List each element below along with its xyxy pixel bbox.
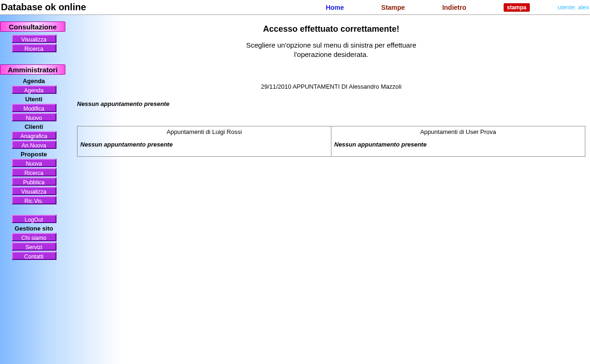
btn-proposte-visualizza[interactable]: Visualizza (12, 187, 56, 195)
col1-title: Appuntamenti di Luigi Rossi (80, 128, 328, 135)
subline-1: Scegliere un'opzione sul menu di sinistr… (246, 41, 416, 49)
top-nav: Home Stampe Indietro stampa (326, 3, 530, 12)
label-gestione-sito: Gestione sito (0, 225, 68, 232)
btn-proposte-ricerca[interactable]: Ricerca (12, 168, 56, 176)
col2-message: Nessun appuntamento presente (334, 141, 582, 148)
label-proposte: Proposte (0, 151, 68, 158)
label-agenda: Agenda (0, 77, 68, 84)
welcome-subline: Scegliere un'opzione sul menu di sinistr… (77, 41, 585, 60)
btn-agenda[interactable]: Agenda (12, 85, 56, 94)
welcome-headline: Accesso effettuato correttamente! (77, 24, 585, 34)
site-title: Database ok online (1, 2, 86, 13)
btn-ricerca[interactable]: Ricerca (12, 44, 56, 52)
nav-indietro-link[interactable]: Indietro (442, 4, 466, 11)
btn-proposte-ricvis[interactable]: Ric.Vis. (12, 196, 56, 204)
appointments-title: 29/11/2010 APPUNTAMENTI DI Alessandro Ma… (77, 83, 585, 90)
top-bar: Database ok online Home Stampe Indietro … (0, 0, 590, 15)
btn-modifica[interactable]: Modifica (12, 104, 56, 112)
btn-an-nuova[interactable]: An.Nuova (12, 140, 56, 149)
section-amministratori: Amministratori (0, 64, 65, 75)
label-utenti: Utenti (0, 96, 68, 103)
btn-nuovo[interactable]: Nuovo (12, 113, 56, 121)
nav-home-link[interactable]: Home (326, 4, 344, 11)
user-label: utente: alex (558, 4, 589, 11)
btn-contatti[interactable]: Contatti (12, 252, 56, 260)
table-cell-luigi: Appuntamenti di Luigi Rossi Nessun appun… (77, 126, 331, 156)
btn-visualizza[interactable]: Visualizza (12, 35, 56, 43)
main-content: Accesso effettuato correttamente! Scegli… (68, 15, 590, 157)
col2-title: Appuntamenti di User Prova (334, 128, 582, 135)
table-cell-userprova: Appuntamenti di User Prova Nessun appunt… (331, 126, 585, 156)
btn-anagrafica[interactable]: Anagrafica (12, 131, 56, 140)
section-consultazione: Consultazione (0, 21, 65, 32)
stampa-button[interactable]: stampa (504, 3, 530, 12)
btn-proposte-nuova[interactable]: Nuova (12, 159, 56, 167)
btn-chi-siamo[interactable]: Chi siamo (12, 233, 56, 241)
appointments-table: Appuntamenti di Luigi Rossi Nessun appun… (77, 126, 585, 157)
btn-logout[interactable]: LogOut (12, 215, 56, 223)
nav-stampe-link[interactable]: Stampe (381, 4, 405, 11)
btn-proposte-pubblica[interactable]: Pubblica (12, 177, 56, 186)
label-clienti: Clienti (0, 123, 68, 130)
no-appointment-message: Nessun appuntamento presente (77, 100, 585, 107)
btn-servizi[interactable]: Servizi (12, 242, 56, 251)
subline-2: l'operazione desiderata. (294, 50, 368, 58)
sidebar: Consultazione Visualizza Ricerca Amminis… (0, 15, 68, 364)
col1-message: Nessun appuntamento presente (80, 141, 328, 148)
